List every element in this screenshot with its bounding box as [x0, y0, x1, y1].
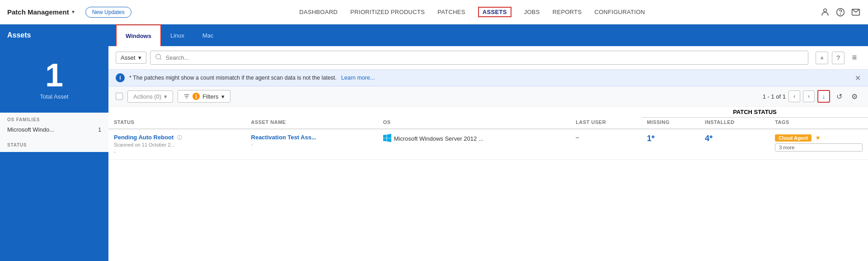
mail-icon[interactable] — [851, 7, 861, 17]
nav-prioritized-products[interactable]: PRIORITIZED PRODUCTS — [350, 7, 425, 17]
asset-dropdown[interactable]: Asset ▾ — [116, 52, 146, 64]
learn-more-link[interactable]: Learn more... — [341, 75, 375, 81]
nav-patches[interactable]: PATCHES — [437, 7, 465, 17]
total-asset-count: 1 — [45, 59, 63, 91]
pagination-area: 1 - 1 of 1 ‹ › ↓ ↺ ⚙ — [763, 90, 861, 103]
info-banner: i * The patches might show a count misma… — [108, 70, 868, 86]
nav-configuration[interactable]: CONFIGURATION — [595, 7, 645, 17]
svg-point-0 — [824, 9, 827, 12]
assets-table: PATCH STATUS STATUS ASSET NAME OS LAST U… — [108, 107, 868, 160]
missing-count[interactable]: 1* — [647, 134, 655, 143]
select-all-checkbox[interactable] — [116, 93, 123, 100]
actions-button[interactable]: Actions (0) ▾ — [127, 90, 173, 103]
status-section: STATUS — [0, 138, 108, 152]
col-os — [378, 107, 571, 118]
actions-chevron-icon: ▾ — [164, 93, 167, 100]
os-family-name: Microsoft Windo... — [7, 126, 54, 133]
tab-windows[interactable]: Windows — [116, 24, 161, 46]
cloud-agent-tag: Cloud Agent — [775, 134, 812, 142]
info-circle-icon: i — [116, 73, 125, 82]
asset-dropdown-label: Asset — [121, 54, 136, 61]
col-asset-name — [246, 107, 378, 118]
patch-status-header: PATCH STATUS — [642, 107, 868, 118]
menu-icon[interactable]: ≡ — [848, 52, 861, 64]
help-search-icon[interactable]: ? — [832, 52, 845, 64]
brand-name: Patch Management — [7, 8, 69, 16]
new-updates-button[interactable]: New Updates — [85, 7, 131, 18]
os-families-title: OS FAMILIES — [7, 117, 101, 122]
asset-name-link[interactable]: Reactivation Test Ass... — [251, 134, 317, 141]
filter-icon — [183, 93, 190, 100]
nav-icons — [820, 7, 861, 17]
help-icon[interactable] — [835, 7, 845, 17]
main-nav: DASHBOARD PRIORITIZED PRODUCTS PATCHES A… — [135, 7, 809, 17]
search-icon — [155, 53, 162, 62]
nav-dashboard[interactable]: DASHBOARD — [299, 7, 338, 17]
actions-label: Actions (0) — [133, 93, 161, 100]
row-os: Microsoft Windows Server 2012 ... — [378, 129, 571, 160]
prev-page-button[interactable]: ‹ — [788, 90, 800, 102]
user-icon[interactable] — [820, 7, 830, 17]
nav-jobs[interactable]: JOBS — [524, 7, 540, 17]
brand: Patch Management ▾ — [7, 8, 75, 16]
info-banner-text: * The patches might show a count mismatc… — [129, 75, 337, 81]
asset-sub: - — [251, 142, 253, 147]
filters-button[interactable]: 1 Filters ▾ — [178, 90, 230, 103]
more-tags-button[interactable]: 3 more — [775, 143, 863, 152]
download-button[interactable]: ↓ — [817, 90, 830, 103]
tab-mac[interactable]: Mac — [193, 24, 223, 46]
brand-chevron-icon[interactable]: ▾ — [72, 9, 75, 15]
add-button[interactable]: + — [816, 52, 828, 64]
filters-chevron-icon: ▾ — [221, 93, 225, 100]
status-link[interactable]: Pending Auto Reboot — [114, 134, 174, 141]
subheader-last-user: LAST USER — [570, 118, 642, 129]
sidebar: 1 Total Asset OS FAMILIES Microsoft Wind… — [0, 46, 108, 261]
filter-badge: 1 — [192, 93, 200, 100]
subheader-missing: MISSING — [642, 118, 699, 129]
row-installed: 4* — [699, 129, 769, 160]
os-family-count: 1 — [98, 127, 101, 133]
blue-bar: Assets Windows Linux Mac — [0, 24, 868, 46]
windows-os-icon — [383, 134, 391, 143]
refresh-button[interactable]: ↺ — [833, 90, 845, 103]
table-toolbar: Actions (0) ▾ 1 Filters ▾ 1 - 1 of 1 ‹ ›… — [108, 86, 868, 107]
row-status: Pending Auto Reboot ⓘ Scanned on 11 Octo… — [108, 129, 246, 160]
column-settings-button[interactable]: ⚙ — [848, 90, 861, 103]
banner-close-icon[interactable]: ✕ — [855, 74, 861, 82]
total-asset-label: Total Asset — [40, 93, 69, 100]
os-families-section: OS FAMILIES Microsoft Windo... 1 — [0, 113, 108, 138]
os-text: Microsoft Windows Server 2012 ... — [394, 135, 483, 142]
filters-label: Filters — [202, 93, 218, 100]
row-asset-name: Reactivation Test Ass... - — [246, 129, 378, 160]
pagination-text: 1 - 1 of 1 — [763, 93, 786, 100]
col-status — [108, 107, 246, 118]
nav-reports[interactable]: REPORTS — [553, 7, 582, 17]
search-input[interactable] — [166, 54, 803, 61]
col-last-user — [570, 107, 642, 118]
svg-point-4 — [156, 54, 161, 59]
sidebar-item-microsoft-windows[interactable]: Microsoft Windo... 1 — [7, 124, 101, 135]
main-layout: 1 Total Asset OS FAMILIES Microsoft Wind… — [0, 46, 868, 261]
subheader-tags: TAGS — [769, 118, 868, 129]
status-section-title: STATUS — [7, 142, 101, 147]
tab-linux[interactable]: Linux — [161, 24, 193, 46]
subheader-installed: INSTALLED — [699, 118, 769, 129]
row-missing: 1* — [642, 129, 699, 160]
row-tags: Cloud Agent ★ 3 more — [769, 129, 868, 160]
row-last-user: – — [570, 129, 642, 160]
row-sub-scanned: - — [114, 149, 116, 154]
search-right-icons: + ? ≡ — [816, 52, 861, 64]
next-page-button[interactable]: › — [803, 90, 815, 102]
installed-count[interactable]: 4* — [705, 134, 713, 143]
asset-dropdown-chevron-icon: ▾ — [138, 54, 141, 61]
subheader-status: STATUS — [108, 118, 246, 129]
nav-assets[interactable]: ASSETS — [478, 7, 511, 17]
top-nav: Patch Management ▾ New Updates DASHBOARD… — [0, 0, 868, 24]
assets-header-label: Assets — [7, 31, 116, 39]
svg-point-2 — [840, 14, 841, 14]
tab-bar: Windows Linux Mac — [116, 24, 223, 46]
tag-star-icon: ★ — [815, 134, 821, 141]
table-row: Pending Auto Reboot ⓘ Scanned on 11 Octo… — [108, 129, 868, 160]
subheader-os: OS — [378, 118, 571, 129]
subheader-asset-name: ASSET NAME — [246, 118, 378, 129]
